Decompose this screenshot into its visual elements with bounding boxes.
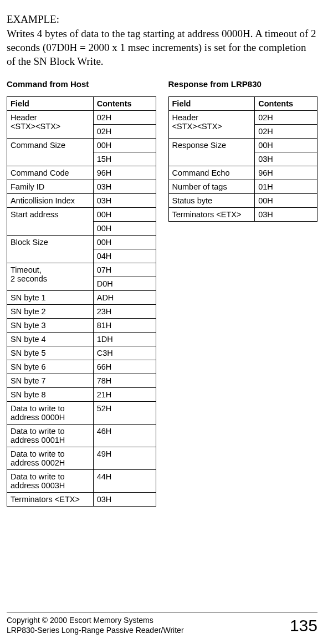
table-row: Header <STX><STX>02H	[168, 111, 317, 125]
field-cell: Command Size	[7, 139, 94, 166]
table-row: Data to write to address 0000H52H	[7, 402, 156, 425]
table-row: Terminators <ETX>03H	[7, 493, 156, 507]
field-cell: SN byte 5	[7, 346, 94, 360]
field-cell: Timeout, 2 seconds	[7, 263, 94, 291]
field-cell: Response Size	[168, 139, 255, 166]
table-row: Start address00H	[7, 208, 156, 222]
table-row: Response Size00H	[168, 139, 317, 152]
contents-cell: 00H	[93, 236, 156, 249]
contents-cell: 44H	[93, 470, 156, 493]
right-column: Response from LRP830 Field Contents Head…	[168, 79, 318, 222]
field-cell: Command Code	[7, 166, 94, 180]
tables-row: Command from Host Field Contents Header …	[7, 79, 317, 584]
field-cell: Header <STX><STX>	[7, 111, 94, 139]
table-row: Block Size00H	[7, 236, 156, 249]
field-cell: Data to write to address 0000H	[7, 402, 94, 425]
contents-cell: 78H	[93, 374, 156, 388]
field-cell: SN byte 6	[7, 360, 94, 374]
contents-cell: 01H	[255, 180, 317, 194]
contents-cell: 96H	[255, 166, 317, 180]
table-row: SN byte 778H	[7, 374, 156, 388]
contents-cell: 03H	[93, 180, 156, 194]
contents-cell: 02H	[93, 111, 156, 125]
field-cell: Status byte	[168, 194, 255, 208]
right-header-contents: Contents	[255, 97, 317, 111]
contents-cell: 21H	[93, 388, 156, 402]
contents-cell: 49H	[93, 447, 156, 470]
left-table-title: Command from Host	[7, 79, 156, 89]
contents-cell: 81H	[93, 319, 156, 333]
contents-cell: 00H	[255, 194, 317, 208]
footer-line2: LRP830-Series Long-Range Passive Reader/…	[7, 626, 184, 635]
contents-cell: 96H	[93, 166, 156, 180]
example-text: Writes 4 bytes of data to the tag starti…	[7, 27, 317, 68]
table-row: Data to write to address 0001H46H	[7, 425, 156, 447]
field-cell: Family ID	[7, 180, 94, 194]
contents-cell: 00H	[93, 208, 156, 222]
left-table: Field Contents Header <STX><STX>02H02HCo…	[7, 96, 156, 507]
contents-cell: D0H	[93, 277, 156, 291]
contents-cell: 07H	[93, 263, 156, 277]
table-row: Timeout, 2 seconds07H	[7, 263, 156, 277]
field-cell: Terminators <ETX>	[168, 208, 255, 222]
contents-cell: ADH	[93, 291, 156, 305]
contents-cell: 03H	[255, 208, 317, 222]
field-cell: Terminators <ETX>	[7, 493, 94, 507]
footer-text: Copyright © 2000 Escort Memory Systems L…	[7, 616, 184, 635]
field-cell: Data to write to address 0002H	[7, 447, 94, 470]
right-table-title: Response from LRP830	[168, 79, 318, 89]
left-header-field: Field	[7, 97, 94, 111]
left-column: Command from Host Field Contents Header …	[7, 79, 156, 507]
table-row: Status byte00H	[168, 194, 317, 208]
contents-cell: 02H	[255, 111, 317, 125]
page-number: 135	[290, 616, 317, 635]
footer-line1: Copyright © 2000 Escort Memory Systems	[7, 616, 153, 625]
field-cell: SN byte 2	[7, 305, 94, 319]
table-row: Data to write to address 0003H44H	[7, 470, 156, 493]
footer: Copyright © 2000 Escort Memory Systems L…	[7, 612, 317, 635]
field-cell: Data to write to address 0003H	[7, 470, 94, 493]
field-cell: SN byte 3	[7, 319, 94, 333]
left-header-contents: Contents	[93, 97, 156, 111]
contents-cell: 52H	[93, 402, 156, 425]
contents-cell: 00H	[93, 222, 156, 236]
table-row: Header <STX><STX>02H	[7, 111, 156, 125]
contents-cell: 00H	[93, 139, 156, 152]
contents-cell: 66H	[93, 360, 156, 374]
field-cell: Block Size	[7, 236, 94, 263]
contents-cell: 03H	[255, 152, 317, 166]
table-row: SN byte 41DH	[7, 333, 156, 346]
example-label: EXAMPLE:	[7, 13, 317, 25]
contents-cell: 46H	[93, 425, 156, 447]
table-row: SN byte 5C3H	[7, 346, 156, 360]
contents-cell: 03H	[93, 194, 156, 208]
table-row: Command Size00H	[7, 139, 156, 152]
table-row: Terminators <ETX>03H	[168, 208, 317, 222]
contents-cell: 23H	[93, 305, 156, 319]
field-cell: Number of tags	[168, 180, 255, 194]
table-row: Command Code96H	[7, 166, 156, 180]
table-row: Anticollision Index03H	[7, 194, 156, 208]
table-row: Data to write to address 0002H49H	[7, 447, 156, 470]
table-row: SN byte 821H	[7, 388, 156, 402]
field-cell: SN byte 7	[7, 374, 94, 388]
table-row: Command Echo96H	[168, 166, 317, 180]
table-row: SN byte 381H	[7, 319, 156, 333]
field-cell: SN byte 8	[7, 388, 94, 402]
contents-cell: 02H	[255, 125, 317, 139]
field-cell: Anticollision Index	[7, 194, 94, 208]
table-row: SN byte 666H	[7, 360, 156, 374]
contents-cell: 1DH	[93, 333, 156, 346]
contents-cell: 15H	[93, 152, 156, 166]
field-cell: Data to write to address 0001H	[7, 425, 94, 447]
field-cell: Header <STX><STX>	[168, 111, 255, 139]
contents-cell: 02H	[93, 125, 156, 139]
table-row: SN byte 1ADH	[7, 291, 156, 305]
field-cell: SN byte 4	[7, 333, 94, 346]
table-row: SN byte 223H	[7, 305, 156, 319]
field-cell: SN byte 1	[7, 291, 94, 305]
table-row: Number of tags01H	[168, 180, 317, 194]
field-cell: Command Echo	[168, 166, 255, 180]
contents-cell: C3H	[93, 346, 156, 360]
contents-cell: 03H	[93, 493, 156, 507]
